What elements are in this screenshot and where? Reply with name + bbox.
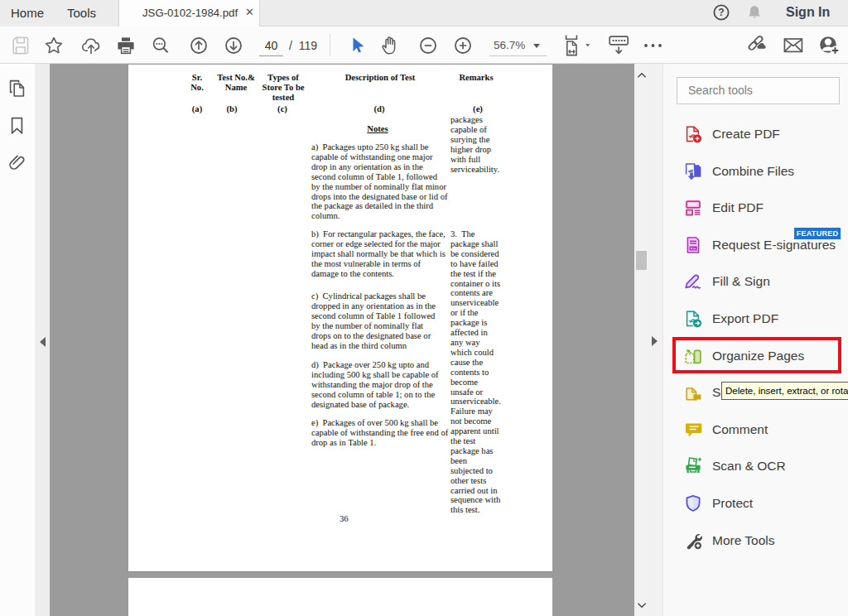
svg-text:?: ?: [718, 7, 724, 18]
